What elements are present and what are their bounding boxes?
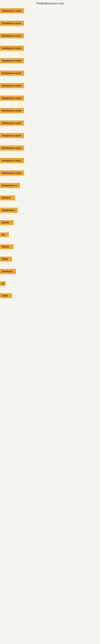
divider-1 (0, 14, 100, 14)
bottleneck-item-21: Bottle (0, 256, 100, 266)
bottleneck-item-15: Bottleneck re (0, 182, 100, 193)
items-container: Bottleneck resultBottleneck resultBottle… (0, 8, 100, 303)
divider-18 (0, 226, 100, 226)
bottleneck-label-16[interactable]: Bottlene (0, 196, 15, 200)
divider-17 (0, 214, 100, 214)
bottleneck-item-5: Bottleneck result (0, 57, 100, 68)
bottleneck-item-20: Bottlen (0, 244, 100, 254)
divider-4 (0, 52, 100, 52)
bottleneck-item-23: Bo (0, 280, 100, 291)
bottleneck-item-3: Bottleneck result (0, 32, 100, 43)
bottleneck-label-11[interactable]: Bottleneck result (0, 133, 24, 138)
divider-19 (0, 238, 100, 238)
bottleneck-item-1: Bottleneck result (0, 8, 100, 18)
bottleneck-label-8[interactable]: Bottleneck result (0, 96, 24, 100)
bottleneck-item-17: Bottleneck r (0, 207, 100, 218)
site-header: TheBottlenecker.com (0, 0, 100, 8)
divider-2 (0, 26, 100, 27)
bottleneck-label-18[interactable]: Bottlen (0, 220, 14, 225)
bottleneck-item-12: Bottleneck result (0, 145, 100, 156)
bottleneck-label-23[interactable]: Bo (0, 281, 6, 286)
site-title: TheBottlenecker.com (36, 2, 64, 5)
divider-23 (0, 286, 100, 287)
bottleneck-item-11: Bottleneck result (0, 132, 100, 143)
bottleneck-label-6[interactable]: Bottleneck result (0, 71, 24, 76)
bottleneck-label-3[interactable]: Bottleneck result (0, 33, 24, 38)
divider-15 (0, 189, 100, 189)
bottleneck-item-6: Bottleneck result (0, 70, 100, 81)
divider-8 (0, 102, 100, 102)
divider-3 (0, 39, 100, 39)
bottleneck-label-12[interactable]: Bottleneck result (0, 146, 24, 150)
divider-13 (0, 164, 100, 164)
divider-12 (0, 151, 100, 152)
bottleneck-label-10[interactable]: Bottleneck result (0, 120, 24, 126)
page-container: TheBottlenecker.com Bottleneck resultBot… (0, 0, 100, 303)
bottleneck-label-5[interactable]: Bottleneck result (0, 58, 24, 63)
bottleneck-item-7: Bottleneck result (0, 82, 100, 93)
divider-21 (0, 262, 100, 262)
bottleneck-label-17[interactable]: Bottleneck r (0, 208, 18, 213)
bottleneck-item-4: Bottleneck result (0, 45, 100, 56)
divider-5 (0, 64, 100, 64)
divider-24 (0, 299, 100, 299)
bottleneck-label-4[interactable]: Bottleneck result (0, 46, 24, 51)
bottleneck-item-16: Bottlene (0, 194, 100, 205)
bottleneck-label-7[interactable]: Bottleneck result (0, 83, 24, 88)
divider-11 (0, 139, 100, 139)
bottleneck-label-9[interactable]: Bottleneck result (0, 108, 24, 113)
bottleneck-label-24[interactable]: Bottle (0, 293, 12, 298)
bottleneck-label-20[interactable]: Bottlen (0, 244, 14, 249)
bottleneck-item-22: Bottlenec (0, 268, 100, 279)
bottleneck-item-19: Bot (0, 232, 100, 242)
bottleneck-item-2: Bottleneck result (0, 20, 100, 31)
bottleneck-item-10: Bottleneck result (0, 120, 100, 130)
bottleneck-item-18: Bottlen (0, 219, 100, 230)
bottleneck-label-2[interactable]: Bottleneck result (0, 21, 24, 26)
bottleneck-item-13: Bottleneck result (0, 157, 100, 168)
divider-7 (0, 89, 100, 89)
bottleneck-item-14: Bottleneck result (0, 170, 100, 180)
bottleneck-label-14[interactable]: Bottleneck result (0, 170, 24, 176)
divider-20 (0, 250, 100, 250)
bottleneck-label-1[interactable]: Bottleneck result (0, 8, 24, 13)
divider-16 (0, 201, 100, 201)
bottleneck-label-22[interactable]: Bottlenec (0, 269, 16, 274)
divider-22 (0, 275, 100, 275)
bottleneck-label-21[interactable]: Bottle (0, 256, 12, 262)
bottleneck-label-19[interactable]: Bot (0, 232, 9, 237)
bottleneck-label-15[interactable]: Bottleneck re (0, 183, 20, 188)
bottleneck-item-9: Bottleneck result (0, 107, 100, 118)
bottleneck-item-8: Bottleneck result (0, 95, 100, 106)
divider-14 (0, 176, 100, 176)
divider-6 (0, 76, 100, 77)
bottleneck-item-24: Bottle (0, 292, 100, 303)
bottleneck-label-13[interactable]: Bottleneck result (0, 158, 24, 163)
